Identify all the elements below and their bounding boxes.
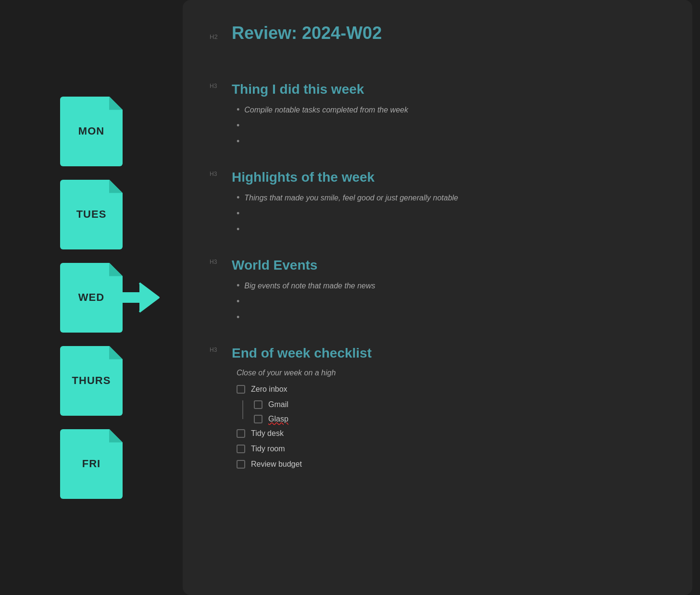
checklist-item-gmail: Gmail	[254, 400, 665, 409]
list-item: Things that made you smile, feel good or…	[237, 193, 665, 203]
list-item	[237, 297, 665, 307]
checklist-item-label: Review budget	[251, 460, 302, 469]
checklist-h3-label: H3	[210, 347, 223, 353]
checklist-item-label: Tidy desk	[251, 429, 284, 438]
section-checklist: H3 End of week checklist Close of your w…	[210, 346, 665, 469]
checkbox-gmail[interactable]	[254, 400, 262, 409]
checklist-title: End of week checklist	[232, 346, 372, 361]
day-card-mon: MON	[60, 97, 123, 166]
list-item	[237, 121, 665, 131]
checkbox-tidy-room[interactable]	[237, 445, 245, 453]
checklist-item-review-budget: Review budget	[237, 460, 665, 469]
day-card-thurs: THURS	[60, 346, 123, 416]
highlights-title: Highlights of the week	[232, 170, 375, 185]
checklist-item-tidy-desk: Tidy desk	[237, 429, 665, 438]
day-label-mon: MON	[78, 125, 104, 137]
day-label-thurs: THURS	[72, 374, 111, 387]
list-item	[237, 312, 665, 322]
checkbox-review-budget[interactable]	[237, 460, 245, 469]
section-checklist-header: H3 End of week checklist	[210, 346, 665, 361]
right-panel: H2 Review: 2024-W02 H3 Thing I did this …	[183, 0, 692, 595]
section-things-did: H3 Thing I did this week Compile notable…	[210, 82, 665, 147]
checklist-item-tidy-room: Tidy room	[237, 445, 665, 453]
left-panel: MON TUES WED THURS FRI	[0, 0, 183, 595]
nested-list-zero-inbox: Gmail Glasp	[237, 400, 665, 423]
checklist-item-label: Tidy room	[251, 445, 285, 453]
day-label-wed: WED	[78, 291, 104, 304]
list-item: Compile notable tasks completed from the…	[237, 105, 665, 115]
checkbox-glasp[interactable]	[254, 415, 262, 423]
things-h3-label: H3	[210, 83, 223, 89]
section-highlights-header: H3 Highlights of the week	[210, 170, 665, 185]
highlights-h3-label: H3	[210, 171, 223, 177]
checklist-list: Zero inbox Gmail Glasp Tidy desk	[210, 385, 665, 469]
section-world-events: H3 World Events Big events of note that …	[210, 258, 665, 322]
h2-label: H2	[210, 33, 223, 40]
section-things-did-header: H3 Thing I did this week	[210, 82, 665, 97]
page-title: Review: 2024-W02	[232, 23, 382, 43]
list-item: Big events of note that made the news	[237, 281, 665, 291]
checkbox-zero-inbox[interactable]	[237, 385, 245, 394]
section-highlights: H3 Highlights of the week Things that ma…	[210, 170, 665, 235]
checklist-item-label: Glasp	[268, 415, 288, 423]
arrow-right-icon	[111, 276, 168, 319]
day-card-tues: TUES	[60, 180, 123, 249]
highlights-list: Things that made you smile, feel good or…	[210, 193, 665, 235]
things-did-list: Compile notable tasks completed from the…	[210, 105, 665, 147]
list-item	[237, 224, 665, 235]
checklist-item-glasp: Glasp	[254, 415, 665, 423]
section-world-events-header: H3 World Events	[210, 258, 665, 273]
checklist-subtitle: Close of your week on a high	[210, 369, 665, 377]
arrow-container	[111, 276, 168, 319]
day-card-fri: FRI	[60, 429, 123, 499]
page-title-row: H2 Review: 2024-W02	[210, 23, 665, 62]
day-label-tues: TUES	[76, 208, 107, 221]
things-did-title: Thing I did this week	[232, 82, 364, 97]
world-events-list: Big events of note that made the news	[210, 281, 665, 322]
world-events-title: World Events	[232, 258, 317, 273]
day-label-fri: FRI	[82, 458, 100, 470]
list-item	[237, 209, 665, 219]
checkbox-tidy-desk[interactable]	[237, 429, 245, 438]
list-item	[237, 136, 665, 147]
world-events-h3-label: H3	[210, 259, 223, 265]
checklist-item-label: Gmail	[268, 400, 288, 409]
checklist-item-zero-inbox: Zero inbox	[237, 385, 665, 394]
checklist-item-label: Zero inbox	[251, 385, 288, 394]
